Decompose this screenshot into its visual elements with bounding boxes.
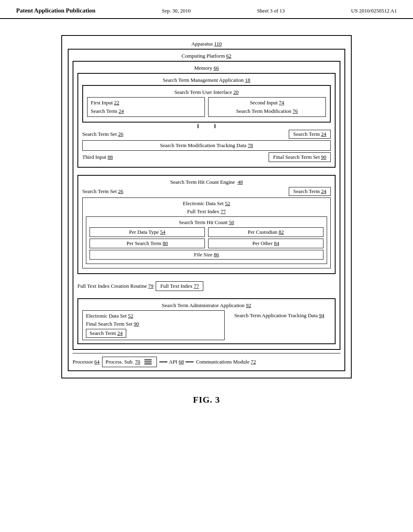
search-term-input-box-1: Search Term 24 (289, 130, 331, 139)
per-custodian-box: Per Custodian 82 (208, 227, 323, 237)
file-size-box: File Size 86 (90, 250, 323, 260)
page-header: Patent Application Publication Sep. 30, … (0, 0, 413, 19)
publication-title: Patent Application Publication (16, 7, 96, 14)
sthce-search-term-set-label: Search Term Set 26 (82, 188, 123, 195)
connector-h-line (159, 362, 167, 362)
comm-module-label: Communications Module 72 (196, 359, 256, 365)
api-section: API 68 (159, 359, 194, 365)
stui-label: Search Term User Interface 20 (87, 89, 326, 96)
stma-box: Search Term Management Application 18 Se… (77, 73, 336, 168)
three-lines-icon (143, 360, 153, 364)
computing-platform-box: Computing Platform 62 Memory 66 Search T… (68, 49, 345, 371)
fticr-row: Full Text Index Creation Routine 79 Full… (77, 281, 336, 291)
search-term-set-row: Search Term Set 26 Search Term 24 (82, 130, 331, 139)
third-input-label: Third Input 88 (82, 154, 113, 160)
search-term-left-label: Search Term 24 (91, 108, 201, 114)
per-data-row: Per Data Type 54 Per Custodian 82 (90, 227, 323, 237)
second-input-label: Second Input 74 (212, 100, 322, 106)
fti-ref-box: Full Text Index 77 (156, 281, 203, 291)
publication-date: Sep. 30, 2010 (162, 8, 191, 14)
figure-label: FIG. 3 (193, 395, 220, 405)
sta-tracking-box: Search Term Application Tracking Data 94 (228, 310, 331, 340)
admin-row: Electronic Data Set 52 Final Search Term… (82, 310, 331, 340)
memory-label: Memory 66 (77, 65, 336, 71)
search-term-input-box-2: Search Term 24 (289, 187, 331, 196)
search-term-mod-label: Search Term Modification 76 (212, 108, 322, 114)
stma-label: Search Term Management Application 18 (82, 77, 331, 83)
per-data-type-box: Per Data Type 54 (90, 227, 205, 237)
sthce-box: Search Term Hit Count Engine 48 Search T… (77, 175, 336, 274)
first-input-box: First Input 22 Search Term 24 (87, 97, 205, 117)
process-sub-box: Process. Sub. 70 (102, 357, 157, 367)
api-label: API 68 (169, 359, 184, 365)
sthce-label: Search Term Hit Count Engine 48 (82, 179, 331, 185)
fticr-label: Full Text Index Creation Routine 79 (77, 283, 153, 289)
sthc-box: Search Term Hit Count 50 Per Data Type 5… (86, 216, 327, 264)
computing-platform-label: Computing Platform 62 (73, 53, 340, 59)
sthc-label: Search Term Hit Count 50 (90, 219, 323, 226)
main-content: Apparatus 110 Computing Platform 62 Memo… (0, 19, 413, 421)
per-other-box: Per Other 84 (208, 239, 323, 248)
process-sub-label: Process. Sub. 70 (106, 359, 140, 365)
stmtd-box: Search Term Modification Tracking Data 7… (82, 140, 331, 151)
eds-box: Electronic Data Set 52 Full Text Index 7… (82, 197, 331, 268)
staa-box: Search Term Administrator Application 92… (77, 298, 336, 344)
per-search-row: Per Search Term 80 Per Other 84 (90, 239, 323, 248)
stui-box: Search Term User Interface 20 First Inpu… (82, 85, 331, 123)
eds2-label: Electronic Data Set 52 (86, 313, 221, 319)
third-input-row: Third Input 88 Final Search Term Set 90 (82, 152, 331, 162)
first-input-label: First Input 22 (91, 100, 201, 106)
search-term-set-label: Search Term Set 26 (82, 131, 123, 137)
connector-area (82, 124, 331, 128)
final-search2-label: Final Search Term Set 90 (86, 321, 221, 327)
eds-label: Electronic Data Set 52 (86, 200, 327, 207)
processor-label: Processor 64 (73, 359, 100, 365)
search-term3-box: Search Term 24 (86, 329, 221, 338)
apparatus-label: Apparatus 110 (68, 41, 345, 47)
final-search-term-set-box: Final Search Term Set 90 (269, 152, 331, 162)
per-search-term-box: Per Search Term 80 (90, 239, 205, 248)
diagram-container: Apparatus 110 Computing Platform 62 Memo… (61, 35, 352, 378)
processor-row: Processor 64 Process. Sub. 70 API 68 (73, 353, 340, 367)
sheet-info: Sheet 3 of 13 (257, 8, 285, 14)
patent-number: US 2010/0250512 A1 (351, 8, 397, 14)
sthce-search-term-row: Search Term Set 26 Search Term 24 (82, 187, 331, 196)
staa-label: Search Term Administrator Application 92 (82, 302, 331, 309)
memory-box: Memory 66 Search Term Management Applica… (73, 61, 340, 350)
fti-label: Full Text Index 77 (86, 208, 327, 215)
admin-left-box: Electronic Data Set 52 Final Search Term… (82, 310, 225, 340)
input-row: First Input 22 Search Term 24 Second Inp… (87, 97, 326, 117)
second-input-box: Second Input 74 Search Term Modification… (208, 97, 326, 117)
connector-h-line-2 (186, 362, 194, 362)
